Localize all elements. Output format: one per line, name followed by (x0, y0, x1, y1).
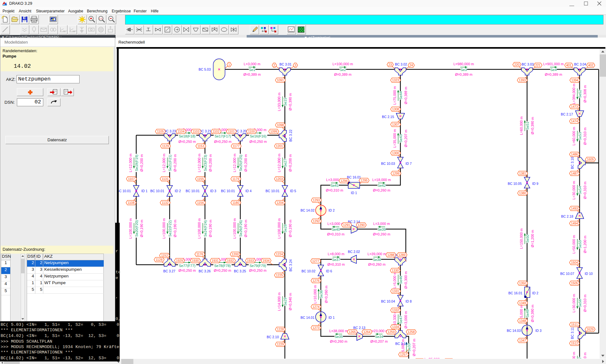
svg-text:Se79(F79): Se79(F79) (250, 264, 266, 268)
svg-text:Se49: Se49 (525, 309, 529, 318)
svg-text:L=3,000 m: L=3,000 m (373, 222, 390, 226)
svg-text:1334: 1334 (392, 325, 399, 329)
svg-text:ID 3: ID 3 (535, 329, 541, 332)
svg-text:ID 4: ID 4 (245, 189, 251, 193)
svg-text:1229: 1229 (277, 343, 284, 346)
svg-text:1155: 1155 (197, 177, 204, 181)
svg-text:1288: 1288 (387, 253, 395, 257)
svg-text:L=12,000 m: L=12,000 m (162, 154, 166, 172)
svg-text:1323: 1323 (392, 79, 399, 82)
svg-text:Se38: Se38 (373, 258, 381, 262)
svg-text:Se53: Se53 (578, 132, 582, 140)
svg-text:221: 221 (535, 64, 541, 67)
svg-text:1156: 1156 (197, 201, 204, 205)
svg-text:1473: 1473 (571, 105, 578, 108)
svg-text:Se15: Se15 (283, 98, 287, 106)
svg-text:L=100,000 m: L=100,000 m (162, 218, 166, 239)
svg-text:BC 10.01: BC 10.01 (221, 189, 235, 193)
svg-text:1274: 1274 (313, 305, 320, 309)
svg-text:1474: 1474 (571, 120, 578, 123)
svg-text:Se42: Se42 (377, 184, 386, 187)
svg-text:1605: 1605 (587, 158, 594, 161)
svg-text:1933: 1933 (247, 259, 254, 262)
svg-text:Ø=0,260 m: Ø=0,260 m (373, 232, 391, 236)
svg-text:220: 220 (514, 63, 520, 66)
svg-text:1505: 1505 (571, 282, 578, 285)
svg-text:L=75,000 m: L=75,000 m (393, 86, 397, 105)
svg-text:1295: 1295 (361, 179, 368, 182)
svg-text:1107: 1107 (128, 177, 135, 181)
svg-text:1225: 1225 (276, 274, 283, 277)
svg-text:L=100,000 m: L=100,000 m (277, 218, 281, 239)
svg-text:1200: 1200 (232, 253, 239, 256)
svg-text:Se43: Se43 (399, 134, 403, 143)
svg-text:Se2: Se2 (340, 68, 346, 72)
svg-text:BC 10.03: BC 10.03 (381, 162, 395, 165)
svg-text:Ø=0,200 m: Ø=0,200 m (140, 154, 144, 172)
svg-text:BC 3.27: BC 3.27 (163, 269, 175, 273)
svg-text:Se47: Se47 (399, 316, 403, 324)
svg-text:ID 9: ID 9 (532, 182, 538, 186)
svg-text:1504: 1504 (571, 261, 578, 264)
svg-text:1153: 1153 (197, 144, 204, 148)
svg-text:Ø=0,390 m: Ø=0,390 m (531, 117, 534, 135)
svg-text:Se46: Se46 (399, 276, 403, 284)
svg-text:1332: 1332 (392, 309, 399, 312)
svg-text:ID 3: ID 3 (210, 189, 216, 193)
svg-text:L=12,000 m: L=12,000 m (197, 154, 201, 172)
svg-text:BC 10.02: BC 10.02 (301, 269, 315, 273)
svg-text:1102: 1102 (213, 130, 220, 133)
svg-text:Ø=0,260 m: Ø=0,260 m (330, 340, 348, 343)
svg-text:Ø=3,000 m: Ø=3,000 m (404, 311, 408, 329)
svg-text:BC 3.22: BC 3.22 (289, 130, 292, 142)
svg-text:L=50,000 m: L=50,000 m (572, 235, 576, 254)
svg-text:1331: 1331 (392, 290, 399, 293)
svg-text:ID 2: ID 2 (175, 189, 181, 193)
svg-text:1180: 1180 (232, 201, 239, 205)
svg-text:Ø=0,207 m: Ø=0,207 m (404, 130, 408, 147)
svg-text:1255: 1255 (445, 359, 453, 363)
svg-text:1105: 1105 (157, 130, 164, 133)
svg-text:Se44: Se44 (399, 91, 403, 100)
svg-text:Se41: Se41 (330, 184, 339, 187)
svg-text:Ø=0,310 m: Ø=0,310 m (583, 182, 587, 199)
svg-text:L=100,000 m: L=100,000 m (129, 218, 132, 239)
svg-text:Ø=0,250 m: Ø=0,250 m (249, 269, 267, 272)
svg-text:BC 3.04: BC 3.04 (574, 62, 586, 66)
svg-text:ID 1: ID 1 (328, 316, 335, 319)
svg-text:Ø=0,390 m: Ø=0,390 m (531, 305, 534, 322)
svg-text:L=18,000 m: L=18,000 m (372, 178, 391, 182)
svg-text:L=100,000 m: L=100,000 m (333, 62, 353, 66)
svg-text:1265: 1265 (349, 330, 356, 334)
svg-text:1347: 1347 (519, 339, 526, 342)
svg-text:Se18(F18): Se18(F18) (179, 134, 195, 138)
svg-text:ID 8: ID 8 (405, 299, 412, 303)
svg-text:L=394,000 m: L=394,000 m (572, 84, 576, 104)
svg-text:L=25,000 m: L=25,000 m (424, 357, 444, 361)
svg-text:BC 3.26: BC 3.26 (199, 269, 211, 273)
svg-text:Se35: Se35 (335, 335, 343, 339)
svg-text:Ø=0,200 m: Ø=0,200 m (208, 154, 212, 172)
svg-text:BC 10.01: BC 10.01 (265, 189, 279, 193)
svg-text:Se21(F21): Se21(F21) (168, 155, 172, 171)
svg-text:Se4: Se4 (550, 68, 557, 72)
svg-text:1330: 1330 (392, 269, 399, 272)
svg-text:Ø=1,200 m: Ø=1,200 m (583, 236, 587, 253)
svg-text:1494: 1494 (571, 222, 578, 225)
svg-text:L=100,000 m: L=100,000 m (197, 218, 201, 239)
svg-text:1493: 1493 (571, 207, 578, 210)
svg-text:BC 10.01: BC 10.01 (186, 189, 200, 193)
svg-text:1308: 1308 (392, 108, 399, 111)
svg-text:L=60,000 m: L=60,000 m (519, 116, 523, 135)
svg-text:Ø=0,250 m: Ø=0,250 m (179, 269, 196, 272)
svg-text:BC 10.01: BC 10.01 (150, 189, 164, 193)
svg-text:1307: 1307 (392, 123, 399, 126)
svg-text:1293: 1293 (313, 199, 320, 202)
svg-text:Se26(F26): Se26(F26) (239, 220, 243, 237)
svg-text:BC 3.01: BC 3.01 (279, 62, 292, 66)
svg-text:Se25(F25): Se25(F25) (239, 155, 243, 171)
svg-text:L=980,000 m: L=980,000 m (454, 62, 474, 66)
svg-text:1380: 1380 (519, 192, 526, 195)
svg-text:Ø=0,310 m: Ø=0,310 m (327, 232, 345, 236)
svg-text:L=30,000 m: L=30,000 m (572, 294, 576, 312)
